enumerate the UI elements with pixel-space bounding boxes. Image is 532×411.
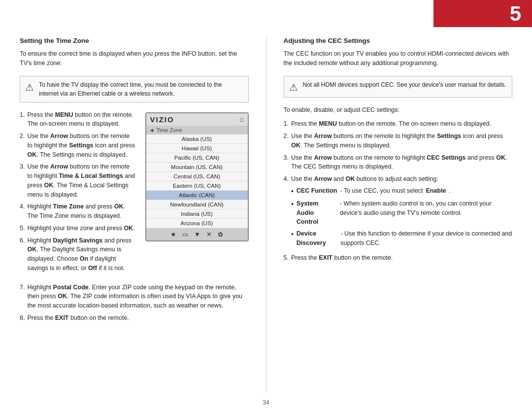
left-column: Setting the Time Zone To ensure the corr…: [20, 37, 249, 391]
tv-menu-back: ◄ Time Zone: [146, 126, 248, 135]
step-1: 1. Press the MENU button on the remote. …: [20, 110, 135, 129]
footer-star-icon: ★: [170, 231, 176, 238]
bullet-device-discovery: Device Discovery - Use this function to …: [291, 229, 512, 248]
left-warning-text: To have the TV display the correct time,…: [39, 80, 243, 98]
menu-item-alaska: Alaska (US): [146, 135, 248, 144]
step-2: 2. Use the Arrow buttons on the remote t…: [20, 132, 135, 159]
footer: 34: [0, 399, 532, 406]
menu-item-mountain: Mountain (US, CAN): [146, 163, 248, 172]
bullet-list: CEC Function - To use CEC, you must sele…: [291, 186, 512, 248]
tv-menu-list: Alaska (US) Hawaii (US) Pacific (US, CAN…: [146, 135, 248, 228]
menu-item-eastern: Eastern (US, CAN): [146, 181, 248, 191]
page-number: 5: [510, 2, 521, 26]
bullet-system-audio: System Audio Control - When system audio…: [291, 199, 512, 227]
vizio-logo: VIZIO: [150, 115, 174, 124]
menu-item-indiana: Indiana (US): [146, 209, 248, 219]
steps-with-menu: 1. Press the MENU button on the remote. …: [20, 110, 249, 276]
right-intro: The CEC function on your TV enables you …: [284, 49, 513, 68]
header-bar: 5: [433, 0, 532, 27]
footer-gear-icon: ✿: [218, 231, 223, 238]
home-icon: ⌂: [239, 115, 243, 123]
step-3: 3. Use the Arrow buttons on the remote t…: [20, 162, 135, 199]
step-6: 6. Highlight Daylight Savings and press …: [20, 236, 135, 273]
tv-menu-label: Time Zone: [156, 127, 182, 133]
step-4: 4. Highlight Time Zone and press OK. The…: [20, 202, 135, 221]
tv-menu: VIZIO ⌂ ◄ Time Zone Alaska (US) Hawaii (…: [145, 112, 249, 241]
steps-list-2: 7. Highlight Postal Code. Enter your ZIP…: [20, 283, 249, 326]
right-warning-icon: ⚠: [289, 81, 298, 93]
right-step-5: 5. Press the EXIT button on the remote.: [284, 253, 513, 263]
right-step-1: 1. Press the MENU button on the remote. …: [284, 119, 513, 129]
menu-item-hawaii: Hawaii (US): [146, 144, 248, 153]
left-warning-box: ⚠ To have the TV display the correct tim…: [20, 76, 249, 103]
steps-list: 1. Press the MENU button on the remote. …: [20, 110, 135, 273]
column-divider: [266, 37, 266, 391]
right-warning-text: Not all HDMI devices support CEC. See yo…: [303, 80, 506, 93]
menu-item-arizona: Arizona (US): [146, 219, 248, 228]
right-warning-box: ⚠ Not all HDMI devices support CEC. See …: [284, 76, 513, 98]
step-8: 8. Press the EXIT button on the remote.: [20, 313, 249, 323]
footer-x-icon: ✕: [206, 231, 212, 238]
main-content: Setting the Time Zone To ensure the corr…: [0, 27, 532, 396]
step-5: 5. Highlight your time zone and press OK…: [20, 224, 135, 233]
steps-text-col: 1. Press the MENU button on the remote. …: [20, 110, 135, 276]
back-arrow: ◄: [149, 127, 155, 133]
footer-page-number: 34: [263, 399, 269, 406]
left-intro: To ensure the correct time is displayed …: [20, 49, 249, 68]
menu-item-pacific: Pacific (US, CAN): [146, 153, 248, 163]
menu-item-newfoundland: Newfoundland (CAN): [146, 200, 248, 209]
step-7: 7. Highlight Postal Code. Enter your ZIP…: [20, 283, 249, 310]
right-steps-list: 1. Press the MENU button on the remote. …: [284, 119, 513, 265]
warning-icon: ⚠: [25, 81, 34, 98]
tv-menu-header: VIZIO ⌂: [146, 113, 248, 126]
right-column: Adjusting the CEC Settings The CEC funct…: [284, 37, 513, 391]
menu-item-atlantic: Atlantic (CAN): [146, 191, 248, 200]
right-section-title: Adjusting the CEC Settings: [284, 37, 513, 44]
footer-box-icon: ▭: [182, 231, 188, 238]
left-section-title: Setting the Time Zone: [20, 37, 249, 44]
bullet-cec-function: CEC Function - To use CEC, you must sele…: [291, 186, 512, 197]
footer-down-icon: ▼: [194, 231, 200, 238]
right-step-2: 2. Use the Arrow buttons on the remote t…: [284, 132, 513, 150]
menu-item-central: Central (US, CAN): [146, 172, 248, 181]
enable-text: To enable, disable, or adjust CEC settin…: [284, 105, 513, 115]
right-step-3: 3. Use the Arrow buttons on the remote t…: [284, 153, 513, 172]
tv-menu-footer: ★ ▭ ▼ ✕ ✿: [146, 228, 248, 240]
right-step-4: 4. Use the Arrow and OK buttons to adjus…: [284, 174, 513, 250]
